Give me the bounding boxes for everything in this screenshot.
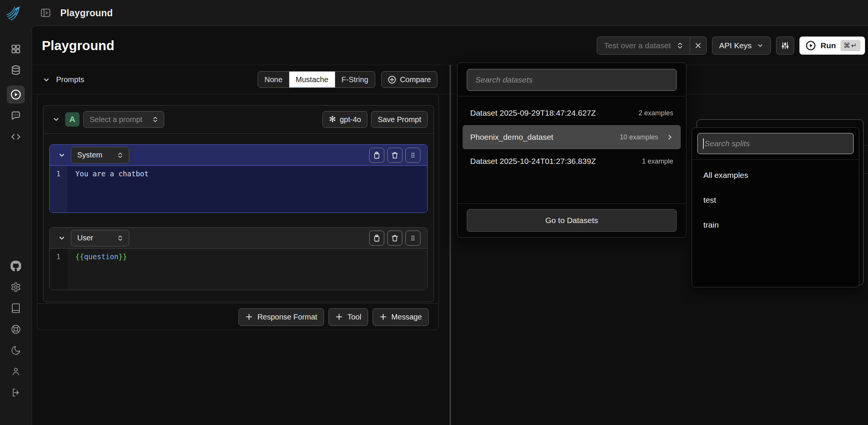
user-role-select[interactable]: User xyxy=(71,230,129,246)
format-option-fstring[interactable]: F-String xyxy=(335,72,375,87)
add-response-format-label: Response Format xyxy=(257,313,317,321)
dataset-list: Dataset 2025-09-29T18:47:24.627Z 2 examp… xyxy=(457,96,686,203)
sidebar xyxy=(0,26,32,425)
run-button[interactable]: Run ⌘↵ xyxy=(799,37,865,55)
dataset-search-input[interactable]: Search datasets xyxy=(467,69,677,91)
system-message-editor[interactable]: 1 You are a chatbot xyxy=(50,166,427,212)
drag-handle-icon[interactable] xyxy=(405,231,420,246)
line-number: 1 xyxy=(50,249,67,290)
system-role-select[interactable]: System xyxy=(71,147,129,164)
drag-handle-icon[interactable] xyxy=(405,148,420,163)
splits-search-input[interactable]: Search splits xyxy=(697,133,854,154)
chevron-down-icon[interactable] xyxy=(52,116,60,123)
add-tool-button[interactable]: Tool xyxy=(329,308,368,326)
add-response-format-button[interactable]: Response Format xyxy=(238,308,324,326)
prompts-section-label: Prompts xyxy=(56,75,84,84)
add-message-button[interactable]: Message xyxy=(373,308,429,326)
plus-icon xyxy=(245,313,253,321)
run-label: Run xyxy=(821,41,836,50)
template-format-toggle: None Mustache F-String xyxy=(258,71,375,88)
prompt-footer-actions: Response Format Tool Message xyxy=(37,303,439,330)
go-to-datasets-button[interactable]: Go to Datasets xyxy=(467,209,677,232)
dataset-list-item[interactable]: Dataset 2025-09-29T18:47:24.627Z 2 examp… xyxy=(463,101,681,125)
chevron-down-icon[interactable] xyxy=(58,234,66,242)
prompt-editor-card: A Select a prompt ✻ gpt-4o Save P xyxy=(43,105,434,302)
prompts-panel: A Select a prompt ✻ gpt-4o Save P xyxy=(37,94,439,330)
split-option-train[interactable]: train xyxy=(692,212,859,237)
row-divider xyxy=(863,173,868,174)
model-label: gpt-4o xyxy=(340,115,361,124)
copy-clipboard-icon[interactable] xyxy=(369,148,384,163)
add-tool-label: Tool xyxy=(347,313,361,321)
clear-dataset-button[interactable] xyxy=(690,37,706,54)
plus-icon xyxy=(379,313,387,321)
format-option-mustache[interactable]: Mustache xyxy=(289,72,335,87)
datasets-database-icon[interactable] xyxy=(9,64,22,76)
user-message-actions xyxy=(369,231,420,246)
splits-list: All examples test train xyxy=(692,160,859,237)
dataset-list-item[interactable]: Dataset 2025-10-24T01:27:36.839Z 1 examp… xyxy=(463,149,681,173)
plus-icon xyxy=(335,313,343,321)
github-icon[interactable] xyxy=(9,260,22,272)
user-role-label: User xyxy=(77,234,93,242)
system-message-block: System xyxy=(49,144,428,213)
user-message-block: User xyxy=(49,227,428,290)
dataset-example-count: 2 examples xyxy=(639,109,673,117)
dataset-popover-footer: Go to Datasets xyxy=(457,203,686,237)
panel-resize-divider[interactable] xyxy=(449,65,451,425)
dataset-list-item-selected[interactable]: Phoenix_demo_dataset 10 examples xyxy=(463,125,681,149)
user-message-editor[interactable]: 1 {{question}} xyxy=(50,249,427,290)
dataset-combobox-group: Test over a dataset xyxy=(597,37,706,55)
user-message-text: {{question}} xyxy=(67,249,127,290)
sliders-icon xyxy=(781,41,790,50)
app-title: Playground xyxy=(60,8,113,18)
splits-search-placeholder: Search splits xyxy=(704,139,750,148)
split-option-test[interactable]: test xyxy=(692,188,859,212)
prompt-select[interactable]: Select a prompt xyxy=(83,111,164,128)
dataset-search-placeholder: Search datasets xyxy=(475,75,533,84)
system-message-text: You are a chatbot xyxy=(67,166,148,212)
dashboard-grid-icon[interactable] xyxy=(9,43,22,55)
dataset-combobox-placeholder: Test over a dataset xyxy=(604,41,671,50)
format-option-none[interactable]: None xyxy=(258,72,289,87)
openai-logo-icon: ✻ xyxy=(329,115,336,124)
close-icon xyxy=(694,42,702,49)
title-controls: Test over a dataset API Keys xyxy=(597,37,865,55)
template-open-braces: {{ xyxy=(75,252,84,261)
split-option-all-examples[interactable]: All examples xyxy=(692,163,859,188)
support-lifebuoy-icon[interactable] xyxy=(9,324,22,335)
phoenix-logo-icon[interactable] xyxy=(5,2,24,23)
save-prompt-button[interactable]: Save Prompt xyxy=(371,111,428,128)
chevron-down-icon[interactable] xyxy=(58,151,66,159)
page-title: Playground xyxy=(42,38,115,53)
prompt-editor-body: System xyxy=(43,134,434,290)
copy-clipboard-icon[interactable] xyxy=(369,231,384,246)
compare-button[interactable]: Compare xyxy=(381,71,437,88)
dataset-combobox[interactable]: Test over a dataset xyxy=(597,37,689,54)
api-keys-button[interactable]: API Keys xyxy=(712,37,771,55)
dataset-example-count: 10 examples xyxy=(620,133,658,141)
template-variable: question xyxy=(84,252,119,261)
run-shortcut-badge: ⌘↵ xyxy=(840,40,860,51)
chat-bubble-icon[interactable] xyxy=(9,110,22,121)
playground-play-icon[interactable] xyxy=(7,86,25,104)
docs-book-icon[interactable] xyxy=(9,303,22,314)
model-settings-sliders-button[interactable] xyxy=(776,37,794,55)
save-prompt-label: Save Prompt xyxy=(377,115,421,124)
row-divider xyxy=(863,145,868,145)
chevron-down-icon xyxy=(43,76,50,84)
dark-mode-moon-icon[interactable] xyxy=(9,345,22,356)
delete-trash-icon[interactable] xyxy=(387,231,402,246)
add-message-label: Message xyxy=(391,313,422,321)
sidebar-toggle-icon[interactable] xyxy=(39,6,52,19)
updown-chevrons-icon xyxy=(152,116,159,123)
prompts-section-collapse[interactable]: Prompts xyxy=(43,65,84,94)
api-keys-label: API Keys xyxy=(719,41,752,50)
delete-trash-icon[interactable] xyxy=(387,148,402,163)
logout-icon[interactable] xyxy=(9,387,22,398)
model-button[interactable]: ✻ gpt-4o xyxy=(322,111,367,128)
code-brackets-icon[interactable] xyxy=(9,131,22,142)
profile-person-icon[interactable] xyxy=(9,366,22,377)
template-close-braces: }} xyxy=(118,252,127,261)
settings-gear-icon[interactable] xyxy=(9,281,22,293)
